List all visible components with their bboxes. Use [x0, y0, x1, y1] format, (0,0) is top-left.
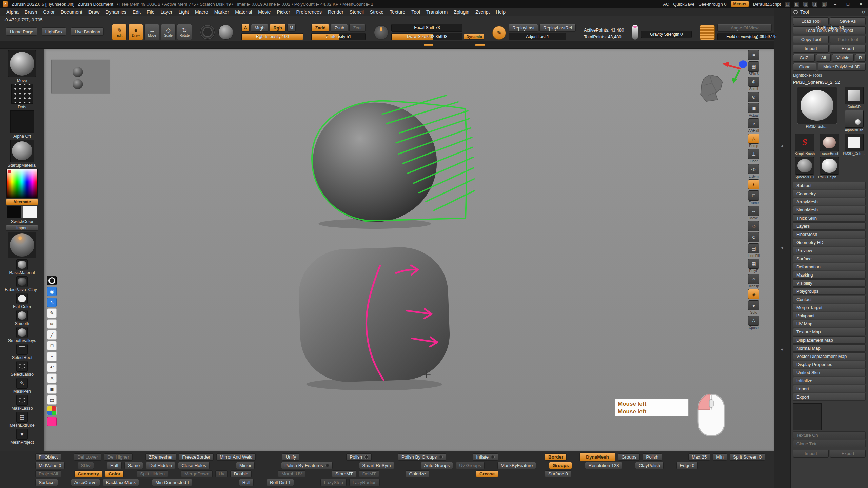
- subpalette-header[interactable]: Import: [793, 385, 866, 392]
- menu-item[interactable]: Light: [176, 8, 192, 16]
- brush-selectlasso[interactable]: SelectLasso: [11, 361, 34, 377]
- replay-last-button[interactable]: ReplayLast: [509, 24, 538, 32]
- see-through-slider[interactable]: See-through 0: [698, 2, 726, 7]
- menu-item[interactable]: Draw: [85, 8, 103, 16]
- minimize-button[interactable]: –: [831, 2, 840, 7]
- screenshot-icon[interactable]: [47, 384, 57, 394]
- dynamic-mode-icon[interactable]: [748, 289, 760, 299]
- bottom-shelf-button[interactable]: StoreMT: [332, 470, 356, 477]
- maximize-button[interactable]: □: [844, 2, 852, 7]
- line-fill-toggle[interactable]: Line Fill: [748, 243, 760, 258]
- menus-toggle[interactable]: Menus: [731, 1, 749, 7]
- bottom-shelf-button[interactable]: FreezeBorder: [179, 453, 214, 461]
- bottom-shelf-button[interactable]: Del Hidden: [146, 462, 175, 469]
- goz-all-button[interactable]: All: [816, 54, 831, 62]
- xpose-button[interactable]: Xpose: [748, 316, 760, 330]
- paste-tool-button[interactable]: Paste Tool: [830, 36, 866, 43]
- zcut-button[interactable]: Zcut: [349, 24, 365, 32]
- stroke-thumbnail[interactable]: [11, 84, 33, 104]
- bottom-shelf-button[interactable]: ClayPolish: [635, 462, 664, 469]
- cursor-select-icon[interactable]: [47, 298, 57, 307]
- menu-item[interactable]: Macro: [192, 8, 211, 16]
- texture-option-row[interactable]: Texture On: [793, 431, 866, 439]
- subpalette-header[interactable]: NanoMesh: [793, 206, 866, 214]
- menu-item[interactable]: Stroke: [367, 8, 387, 16]
- visibility-eye-icon[interactable]: [47, 287, 57, 296]
- focal-shift-knob[interactable]: [374, 25, 389, 40]
- line-tool-icon[interactable]: [47, 330, 57, 340]
- texture-export-button[interactable]: Export: [830, 450, 866, 458]
- alpha-thumbnail[interactable]: [10, 110, 34, 133]
- texture-option-row[interactable]: Clone Txtr: [793, 440, 866, 447]
- tool-thumb-alphabrush[interactable]: AlphaBrush: [842, 110, 866, 132]
- subpalette-header[interactable]: Initialize: [793, 377, 866, 384]
- menu-item[interactable]: Alpha: [3, 8, 22, 16]
- subpalette-header[interactable]: Subtool: [793, 182, 866, 189]
- subpalette-header[interactable]: Visibility: [793, 279, 866, 287]
- scale-canvas-icon[interactable]: [748, 221, 760, 231]
- bottom-shelf-button[interactable]: Split Screen 0: [730, 453, 765, 461]
- color-picker[interactable]: [6, 169, 38, 198]
- menu-item[interactable]: Movie: [255, 8, 274, 16]
- zadd-button[interactable]: Zadd: [311, 24, 329, 32]
- zsub-button[interactable]: Zsub: [331, 24, 348, 32]
- adjust-last-slider[interactable]: AdjustLast 1: [509, 33, 566, 40]
- zoom3d-icon[interactable]: [748, 92, 760, 102]
- xyz-toggle[interactable]: [748, 179, 760, 189]
- tool-thumb-pm3d-sphere3d-2[interactable]: PM3D_Sphere3D: [818, 157, 841, 179]
- goz-button[interactable]: GoZ: [793, 54, 815, 62]
- bottom-shelf-button[interactable]: MidValue 0: [35, 462, 65, 469]
- rgb-intensity-slider[interactable]: Rgb Intensity 100: [241, 33, 303, 40]
- tool-thumb-sphere3d-1[interactable]: Sphere3D_1: [793, 157, 816, 179]
- current-brush-icon[interactable]: [200, 25, 215, 40]
- brush-masklasso[interactable]: MaskLasso: [11, 395, 33, 411]
- current-material-thumbnail[interactable]: [8, 232, 36, 258]
- bottom-shelf-button[interactable]: Uv Groups: [456, 462, 485, 469]
- brush-smoothvalleys[interactable]: SmoothValleys: [8, 327, 36, 343]
- menu-item[interactable]: Marker: [211, 8, 232, 16]
- subpalette-header[interactable]: Contact: [793, 296, 866, 303]
- menu-item[interactable]: Texture: [387, 8, 408, 16]
- load-tool-button[interactable]: Load Tool: [793, 17, 829, 25]
- bottom-shelf-button[interactable]: MergeDown: [181, 470, 213, 477]
- color-palette-icon[interactable]: [47, 406, 57, 415]
- subpalette-header[interactable]: Export: [793, 393, 866, 401]
- brush-maskpen[interactable]: MaskPen: [13, 378, 31, 394]
- current-brush-thumbnail[interactable]: [8, 50, 36, 77]
- bottom-shelf-button[interactable]: Color: [105, 470, 124, 477]
- lightbox-tools-link[interactable]: Lightbox►Tools: [793, 73, 866, 78]
- tool-thumb-simplebrush[interactable]: SimpleBrush: [793, 134, 816, 156]
- texture-import-button[interactable]: Import: [793, 450, 829, 458]
- brush-meshextrude[interactable]: MeshExtrude: [9, 412, 35, 428]
- scroll-hand-icon[interactable]: Scroll: [748, 77, 760, 91]
- angle-of-view-button[interactable]: Angle Of View: [717, 24, 772, 32]
- subpalette-header[interactable]: Geometry HD: [793, 239, 866, 246]
- menu-item[interactable]: Zplugin: [451, 8, 472, 16]
- gravity-strength-slider[interactable]: Gravity Strength 0: [641, 30, 692, 38]
- subpalette-header[interactable]: Polypaint: [793, 312, 866, 319]
- tool-thumb-eraserbrush[interactable]: EraserBrush: [818, 134, 841, 156]
- menu-item[interactable]: Layer: [158, 8, 176, 16]
- subpalette-header[interactable]: Polygroups: [793, 287, 866, 295]
- bottom-shelf-button[interactable]: Polish By Features: [281, 462, 332, 469]
- bottom-shelf-button[interactable]: Same: [124, 462, 143, 469]
- subpalette-header[interactable]: Deformation: [793, 263, 866, 270]
- z-intensity-slider[interactable]: Z Intensity 51: [311, 33, 366, 40]
- field-of-view-slider[interactable]: Field of view(deg) 39.59775: [717, 33, 785, 40]
- bottom-shelf-button[interactable]: Roll Dist 1: [267, 479, 294, 486]
- titlebar-icon[interactable]: ▤: [785, 2, 790, 7]
- import-tool-button[interactable]: Import: [793, 45, 829, 53]
- right-tray-divider[interactable]: ◄ ◄ ◄: [774, 8, 791, 488]
- bottom-shelf-button[interactable]: Auto Groups: [421, 462, 453, 469]
- bottom-shelf-button[interactable]: BackfaceMask: [103, 479, 139, 486]
- undo-icon[interactable]: [47, 363, 57, 372]
- bottom-shelf-button[interactable]: Geometry: [74, 470, 102, 477]
- menu-item[interactable]: Color: [40, 8, 57, 16]
- document-canvas[interactable]: SPix 3 Scroll Actual: [44, 49, 774, 451]
- render-layers-icon[interactable]: [748, 50, 760, 60]
- titlebar-icon[interactable]: ◧: [794, 2, 799, 7]
- tool-thumb-cube3d[interactable]: Cube3D: [842, 87, 866, 109]
- menu-item[interactable]: Stencil: [347, 8, 367, 16]
- brush-selectrect[interactable]: SelectRect: [12, 344, 32, 360]
- actual-size-icon[interactable]: Actual: [748, 103, 760, 117]
